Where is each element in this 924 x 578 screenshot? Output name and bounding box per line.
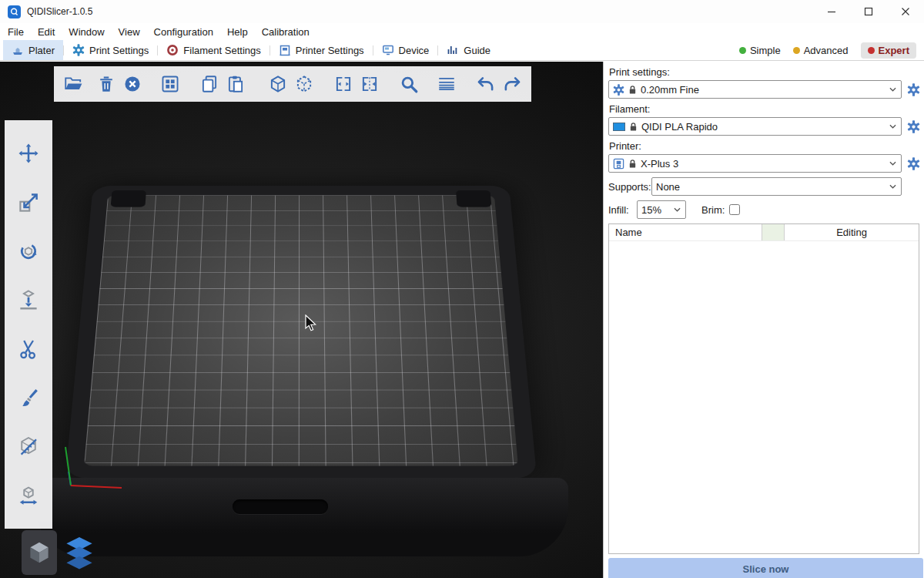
print-settings-label: Print settings:: [609, 66, 921, 78]
move-tool-button[interactable]: [13, 138, 44, 169]
menu-edit[interactable]: Edit: [38, 26, 55, 38]
arrange-button[interactable]: [158, 72, 182, 96]
scale-tool-button[interactable]: [13, 187, 44, 218]
delete-all-button[interactable]: [120, 72, 145, 96]
tab-print-settings[interactable]: Print Settings: [64, 40, 157, 60]
app-icon: [8, 5, 21, 18]
print-settings-value: 0.20mm Fine: [641, 84, 886, 96]
filament-combo[interactable]: QIDI PLA Rapido: [608, 117, 902, 136]
delete-button[interactable]: [94, 72, 119, 96]
printer-label: Printer:: [609, 140, 921, 152]
filament-gear-button[interactable]: [906, 119, 921, 134]
view-toggles: [22, 530, 97, 575]
add-instance-button[interactable]: [266, 72, 290, 96]
simple-mode-dot: [739, 47, 746, 54]
tab-guide[interactable]: Guide: [438, 40, 499, 60]
print-settings-combo[interactable]: 0.20mm Fine: [608, 80, 902, 99]
chevron-down-icon: [889, 184, 896, 189]
undo-button[interactable]: [474, 72, 498, 96]
column-name: Name: [609, 224, 762, 240]
expert-mode-dot: [868, 47, 875, 54]
supports-combo[interactable]: None: [651, 177, 902, 196]
advanced-mode-dot: [793, 47, 800, 54]
menu-window[interactable]: Window: [69, 26, 104, 38]
toolbar-left: [5, 120, 52, 529]
split-objects-icon: [333, 74, 353, 94]
redo-button[interactable]: [500, 72, 524, 96]
print-settings-gear-button[interactable]: [906, 82, 921, 97]
viewport-3d[interactable]: [0, 62, 603, 578]
place-on-face-icon: [17, 288, 40, 311]
mode-simple[interactable]: Simple: [739, 45, 781, 56]
mode-advanced[interactable]: Advanced: [793, 45, 849, 56]
printer-icon: [613, 158, 624, 170]
tab-printer-settings[interactable]: Printer Settings: [270, 40, 373, 60]
remove-instance-icon: [294, 74, 314, 94]
open-icon: [63, 74, 83, 94]
split-parts-button[interactable]: [357, 72, 382, 96]
distribute-icon: [17, 484, 40, 507]
slice-now-button[interactable]: Slice now: [608, 558, 923, 578]
tab-plater[interactable]: Plater: [3, 40, 63, 60]
cut-icon: [17, 338, 40, 361]
close-button[interactable]: [887, 0, 924, 23]
bed-clip-right: [456, 190, 491, 207]
object-list-header: Name Editing: [609, 224, 919, 241]
tab-label: Plater: [28, 45, 55, 56]
printer-gear-button[interactable]: [906, 156, 921, 171]
menu-configuration[interactable]: Configuration: [154, 26, 213, 38]
sidebar-panel: Print settings: 0.20mm Fine Filament: QI…: [603, 62, 924, 578]
bed-clip-left: [111, 190, 146, 207]
tab-filament-settings[interactable]: Filament Settings: [158, 40, 269, 60]
paste-icon: [226, 74, 246, 94]
lock-icon: [629, 122, 638, 132]
variable-layer-height-button[interactable]: [434, 72, 459, 96]
process-gear-icon: [613, 84, 624, 96]
open-button[interactable]: [61, 72, 85, 96]
rotate-icon: [17, 240, 40, 263]
measure-tool-button[interactable]: [13, 431, 44, 462]
object-list[interactable]: Name Editing: [608, 223, 919, 554]
preview-view-button[interactable]: [62, 530, 97, 575]
maximize-button[interactable]: [850, 0, 887, 23]
3d-editor-view-button[interactable]: [22, 530, 57, 575]
device-icon: [382, 44, 394, 56]
gear-icon: [907, 120, 920, 133]
search-button[interactable]: [397, 72, 421, 96]
tab-device[interactable]: Device: [373, 40, 438, 60]
paste-button[interactable]: [223, 72, 248, 96]
menubar: File Edit Window View Configuration Help…: [0, 23, 924, 40]
copy-button[interactable]: [197, 72, 222, 96]
3d-editor-icon: [26, 539, 52, 566]
brim-checkbox[interactable]: [729, 204, 740, 215]
measure-icon: [17, 435, 40, 458]
column-extruder: [762, 224, 785, 240]
menu-file[interactable]: File: [8, 26, 24, 38]
split-objects-button[interactable]: [331, 72, 356, 96]
filament-value: QIDI PLA Rapido: [641, 121, 886, 133]
place-on-face-tool-button[interactable]: [13, 284, 44, 315]
filament-color-swatch: [613, 123, 625, 131]
delete-icon: [96, 74, 116, 94]
distribute-tool-button[interactable]: [13, 480, 44, 511]
printer-combo[interactable]: X-Plus 3: [608, 154, 902, 173]
scale-icon: [17, 191, 40, 214]
move-icon: [17, 142, 40, 165]
menu-view[interactable]: View: [119, 26, 140, 38]
mode-switcher: Simple Advanced Expert: [739, 40, 924, 60]
printer-value: X-Plus 3: [641, 158, 886, 170]
menu-calibration[interactable]: Calibration: [262, 26, 310, 38]
rotate-tool-button[interactable]: [13, 236, 44, 267]
remove-instance-button[interactable]: [292, 72, 316, 96]
infill-combo[interactable]: 15%: [637, 200, 686, 219]
minimize-button[interactable]: [813, 0, 850, 23]
menu-help[interactable]: Help: [227, 26, 248, 38]
print-settings-icon: [72, 44, 85, 56]
cut-tool-button[interactable]: [13, 334, 44, 365]
base-handle-slot: [233, 499, 328, 514]
filament-label: Filament:: [609, 103, 921, 115]
mode-expert[interactable]: Expert: [861, 42, 916, 59]
paint-icon: [17, 386, 40, 409]
tabbar: Plater Print Settings Filament Settings …: [0, 40, 924, 61]
paint-tool-button[interactable]: [13, 382, 44, 413]
